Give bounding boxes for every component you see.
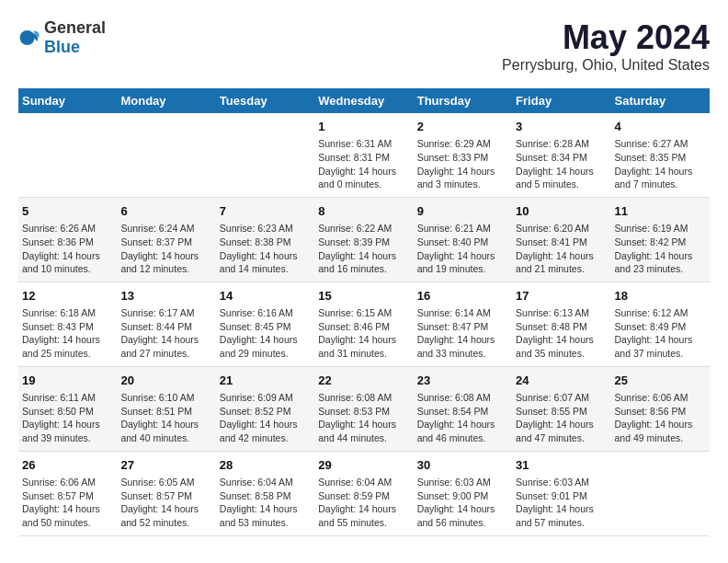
- day-info-line: Sunrise: 6:10 AM: [120, 392, 194, 403]
- header-day-sunday: Sunday: [18, 88, 117, 113]
- day-info-line: Sunrise: 6:03 AM: [417, 477, 491, 488]
- calendar-cell: 27Sunrise: 6:05 AMSunset: 8:57 PMDayligh…: [117, 451, 215, 535]
- day-info-line: Sunset: 8:57 PM: [120, 490, 192, 501]
- day-info-line: and 25 minutes.: [22, 348, 91, 359]
- calendar-cell: 30Sunrise: 6:03 AMSunset: 9:00 PMDayligh…: [414, 451, 512, 535]
- day-info-line: Sunset: 8:41 PM: [516, 236, 587, 247]
- day-info-line: and 31 minutes.: [318, 348, 387, 359]
- calendar-cell: 20Sunrise: 6:10 AMSunset: 8:51 PMDayligh…: [117, 366, 215, 451]
- day-info-line: Sunset: 8:42 PM: [615, 236, 687, 247]
- day-info-line: Sunrise: 6:06 AM: [615, 392, 688, 403]
- day-info-line: Sunrise: 6:31 AM: [318, 138, 392, 149]
- week-row-4: 19Sunrise: 6:11 AMSunset: 8:50 PMDayligh…: [18, 366, 710, 451]
- calendar-cell: 18Sunrise: 6:12 AMSunset: 8:49 PMDayligh…: [611, 282, 710, 366]
- header-day-monday: Monday: [117, 88, 215, 113]
- day-info-line: Daylight: 14 hours: [516, 419, 594, 430]
- day-info-line: and 7 minutes.: [615, 178, 678, 190]
- day-number: 30: [417, 457, 508, 474]
- calendar-cell: 21Sunrise: 6:09 AMSunset: 8:52 PMDayligh…: [216, 366, 314, 451]
- day-info-line: Sunrise: 6:29 AM: [417, 138, 491, 149]
- calendar-cell: [18, 113, 117, 197]
- calendar-cell: 24Sunrise: 6:07 AMSunset: 8:55 PMDayligh…: [512, 366, 610, 451]
- day-number: 26: [22, 457, 113, 474]
- day-number: 8: [318, 203, 409, 220]
- day-info-line: Daylight: 14 hours: [220, 334, 298, 345]
- calendar-cell: 23Sunrise: 6:08 AMSunset: 8:54 PMDayligh…: [414, 366, 512, 451]
- day-info-line: Daylight: 14 hours: [120, 419, 199, 430]
- calendar-body: 1Sunrise: 6:31 AMSunset: 8:31 PMDaylight…: [18, 113, 710, 535]
- day-info-line: Daylight: 14 hours: [516, 250, 594, 261]
- day-number: 25: [615, 373, 706, 389]
- day-info-line: Daylight: 14 hours: [120, 503, 199, 514]
- day-info-line: Daylight: 14 hours: [22, 419, 100, 430]
- day-info-line: Sunrise: 6:04 AM: [220, 477, 293, 488]
- day-info-line: Sunset: 8:38 PM: [220, 236, 291, 247]
- day-number: 5: [22, 203, 113, 220]
- page-header: General Blue May 2024 Perrysburg, Ohio, …: [18, 18, 710, 74]
- day-info-line: Daylight: 14 hours: [615, 166, 693, 177]
- day-info-line: and 27 minutes.: [120, 348, 189, 359]
- day-info-line: Sunset: 8:36 PM: [22, 236, 94, 247]
- day-info-line: Daylight: 14 hours: [615, 334, 693, 345]
- calendar-cell: 11Sunrise: 6:19 AMSunset: 8:42 PMDayligh…: [611, 197, 710, 282]
- calendar-cell: 3Sunrise: 6:28 AMSunset: 8:34 PMDaylight…: [512, 113, 610, 197]
- calendar-cell: 26Sunrise: 6:06 AMSunset: 8:57 PMDayligh…: [18, 451, 117, 535]
- day-info-line: Sunrise: 6:22 AM: [318, 223, 392, 234]
- day-info-line: and 12 minutes.: [120, 263, 189, 274]
- day-info-line: Sunset: 8:43 PM: [22, 321, 94, 332]
- day-info-line: Sunset: 8:54 PM: [417, 406, 489, 417]
- day-info-line: Daylight: 14 hours: [22, 250, 100, 261]
- logo-icon: [18, 27, 40, 49]
- day-info-line: Sunset: 8:59 PM: [318, 490, 390, 501]
- day-info-line: and 55 minutes.: [318, 517, 387, 528]
- day-info-line: and 47 minutes.: [516, 432, 585, 443]
- day-info-line: Sunrise: 6:27 AM: [615, 138, 688, 149]
- calendar-cell: 31Sunrise: 6:03 AMSunset: 9:01 PMDayligh…: [512, 451, 610, 535]
- day-info-line: and 44 minutes.: [318, 432, 387, 443]
- day-number: 12: [22, 288, 113, 304]
- calendar-cell: 28Sunrise: 6:04 AMSunset: 8:58 PMDayligh…: [216, 451, 314, 535]
- day-number: 3: [516, 119, 607, 135]
- day-info-line: Daylight: 14 hours: [318, 503, 396, 514]
- day-info-line: Sunset: 8:45 PM: [220, 321, 291, 332]
- week-row-3: 12Sunrise: 6:18 AMSunset: 8:43 PMDayligh…: [18, 282, 710, 366]
- calendar-cell: 5Sunrise: 6:26 AMSunset: 8:36 PMDaylight…: [18, 197, 117, 282]
- day-info-line: Sunset: 8:37 PM: [120, 236, 192, 247]
- day-info-line: Sunrise: 6:08 AM: [318, 392, 392, 403]
- day-info-line: Daylight: 14 hours: [220, 503, 298, 514]
- day-info-line: Sunset: 8:33 PM: [417, 152, 489, 163]
- calendar-cell: [117, 113, 215, 197]
- day-number: 31: [516, 457, 607, 474]
- day-info-line: Sunset: 8:55 PM: [516, 406, 587, 417]
- day-info-line: Daylight: 14 hours: [22, 334, 100, 345]
- day-number: 14: [220, 288, 311, 304]
- day-number: 24: [516, 373, 607, 389]
- day-info-line: Sunrise: 6:03 AM: [516, 477, 589, 488]
- day-number: 18: [615, 288, 706, 304]
- day-info-line: and 40 minutes.: [120, 432, 189, 443]
- main-title: May 2024: [502, 18, 710, 57]
- day-info-line: and 39 minutes.: [22, 432, 91, 443]
- day-info-line: Sunset: 8:50 PM: [22, 406, 94, 417]
- day-info-line: Sunset: 8:48 PM: [516, 321, 587, 332]
- day-info-line: and 37 minutes.: [615, 348, 684, 359]
- day-info-line: and 29 minutes.: [220, 348, 289, 359]
- day-info-line: Sunrise: 6:21 AM: [417, 223, 491, 234]
- day-info-line: Sunrise: 6:28 AM: [516, 138, 589, 149]
- day-number: 17: [516, 288, 607, 304]
- day-info-line: Daylight: 14 hours: [318, 419, 396, 430]
- day-info-line: Daylight: 14 hours: [318, 334, 396, 345]
- day-info-line: and 56 minutes.: [417, 517, 486, 528]
- header-day-tuesday: Tuesday: [216, 88, 314, 113]
- calendar-cell: 7Sunrise: 6:23 AMSunset: 8:38 PMDaylight…: [216, 197, 314, 282]
- day-info-line: and 0 minutes.: [318, 178, 381, 190]
- day-info-line: Sunset: 8:46 PM: [318, 321, 390, 332]
- calendar-cell: 29Sunrise: 6:04 AMSunset: 8:59 PMDayligh…: [314, 451, 413, 535]
- calendar-cell: 10Sunrise: 6:20 AMSunset: 8:41 PMDayligh…: [512, 197, 610, 282]
- day-info-line: and 57 minutes.: [516, 517, 585, 528]
- day-info-line: Daylight: 14 hours: [120, 334, 199, 345]
- day-number: 23: [417, 373, 508, 389]
- day-info-line: and 19 minutes.: [417, 263, 486, 274]
- day-info-line: Sunset: 8:57 PM: [22, 490, 94, 501]
- day-number: 22: [318, 373, 409, 389]
